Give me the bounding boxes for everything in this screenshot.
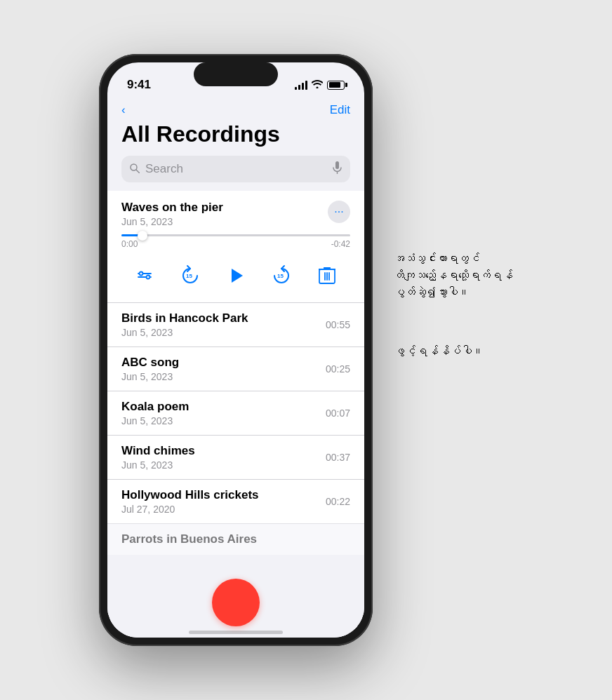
search-placeholder: Search: [145, 162, 327, 176]
page-title: All Recordings: [107, 120, 364, 156]
featured-date: Jun 5, 2023: [121, 216, 223, 227]
wifi-icon: [312, 79, 323, 90]
svg-line-1: [136, 170, 140, 173]
progress-track[interactable]: [121, 234, 350, 236]
phone-frame: 9:41: [99, 54, 373, 646]
list-item[interactable]: Koala poem Jun 5, 2023 00:07: [107, 391, 364, 435]
phone-screen: 9:41: [107, 62, 364, 638]
svg-text:15: 15: [186, 273, 192, 279]
microphone-icon[interactable]: [333, 161, 342, 177]
svg-point-7: [146, 276, 149, 279]
delete-button[interactable]: [312, 260, 342, 291]
signal-icon: [295, 81, 307, 90]
play-button[interactable]: [220, 260, 251, 291]
edit-button[interactable]: Edit: [330, 103, 350, 117]
list-item[interactable]: Birds in Hancock Park Jun 5, 2023 00:55: [107, 302, 364, 346]
annotation-tap: ဖွင့်ရန်နိပ်ပါ။: [394, 343, 513, 360]
progress-times: 0:00 -0:42: [121, 239, 350, 249]
back-button[interactable]: ‹: [121, 103, 126, 117]
search-icon: [130, 163, 140, 175]
list-item[interactable]: Hollywood Hills crickets Jul 27, 2020 00…: [107, 479, 364, 523]
nav-bar: ‹ Edit: [107, 97, 364, 120]
featured-title: Waves on the pier: [121, 201, 223, 215]
player-controls: 15 15: [107, 252, 364, 302]
annotation-swipe: အသံသွင်းထားရာတွင် တိကျသည့်နေရာသို့ရောက်ရ…: [394, 250, 513, 301]
svg-marker-9: [232, 269, 243, 283]
bottom-bar: [107, 574, 364, 638]
dynamic-island: [194, 62, 278, 86]
search-bar[interactable]: Search: [121, 156, 350, 182]
battery-icon: [327, 81, 345, 90]
annotations: အသံသွင်းထားရာတွင် တိကျသည့်နေရာသို့ရောက်ရ…: [394, 54, 513, 360]
svg-rect-2: [335, 161, 339, 169]
featured-recording[interactable]: Waves on the pier Jun 5, 2023 ···: [107, 191, 364, 252]
svg-point-6: [139, 272, 142, 276]
playback-progress[interactable]: 0:00 -0:42: [121, 227, 350, 252]
rewind-button[interactable]: 15: [175, 260, 206, 291]
forward-button[interactable]: 15: [266, 260, 297, 291]
progress-thumb[interactable]: [138, 231, 147, 241]
svg-text:15: 15: [277, 273, 284, 279]
status-icons: [295, 79, 345, 90]
home-indicator: [189, 631, 283, 634]
featured-recording-header: Waves on the pier Jun 5, 2023 ···: [121, 201, 350, 227]
current-time: 0:00: [121, 239, 138, 249]
list-item[interactable]: Parrots in Buenos Aires: [107, 523, 364, 555]
enhance-button[interactable]: [129, 260, 160, 291]
main-content: ‹ Edit All Recordings Search: [107, 97, 364, 638]
more-options-button[interactable]: ···: [328, 201, 350, 223]
list-item[interactable]: Wind chimes Jun 5, 2023 00:37: [107, 435, 364, 479]
status-time: 9:41: [127, 78, 151, 92]
remaining-time: -0:42: [331, 239, 350, 249]
record-button[interactable]: [212, 579, 260, 626]
recording-list: Waves on the pier Jun 5, 2023 ···: [107, 191, 364, 574]
list-item[interactable]: ABC song Jun 5, 2023 00:25: [107, 346, 364, 391]
